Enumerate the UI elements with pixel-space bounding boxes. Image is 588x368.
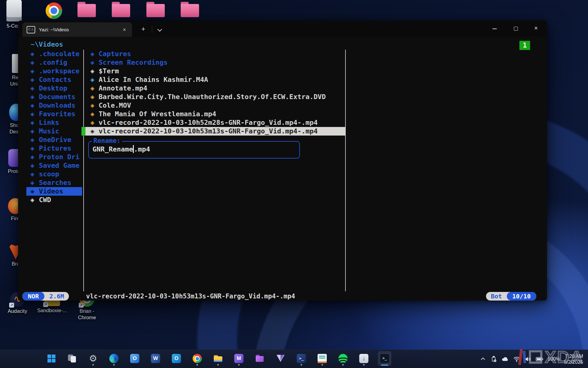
desktop-icon-pink-folder[interactable] bbox=[77, 2, 96, 18]
desktop-icon-label: Audacity bbox=[3, 308, 32, 314]
directory-list-item[interactable]: Desktop bbox=[26, 84, 82, 93]
battery-icon[interactable] bbox=[536, 356, 544, 362]
directory-list-item[interactable]: .config bbox=[26, 58, 82, 67]
onenote-icon[interactable] bbox=[128, 351, 141, 366]
onedrive-cloud-icon[interactable] bbox=[501, 356, 509, 362]
close-button[interactable] bbox=[530, 22, 544, 35]
directory-list-item[interactable]: .chocolate bbox=[26, 50, 82, 58]
entry-diamond-icon bbox=[30, 93, 34, 101]
volume-icon[interactable] bbox=[524, 356, 532, 362]
entry-diamond-icon bbox=[90, 50, 94, 58]
entry-name: Annotate.mp4 bbox=[99, 84, 147, 92]
entry-diamond-icon bbox=[90, 110, 94, 118]
tab-close-icon[interactable]: ✕ bbox=[121, 27, 128, 32]
download-manager-icon[interactable] bbox=[357, 351, 371, 366]
directory-list-item[interactable]: Videos bbox=[26, 187, 82, 196]
directory-list-item[interactable]: Links bbox=[26, 118, 82, 127]
yazi-tab-count-badge: 1 bbox=[519, 41, 530, 50]
folder-icon bbox=[146, 2, 165, 18]
tab-dropdown-chevron-icon[interactable] bbox=[155, 26, 164, 33]
directory-list-item[interactable]: .workspace bbox=[26, 67, 82, 75]
scroll-label: Bot bbox=[486, 292, 507, 301]
file-list-item[interactable]: $Term bbox=[81, 67, 345, 75]
directory-list-item[interactable]: Contacts bbox=[26, 75, 82, 84]
chrome-icon[interactable] bbox=[190, 351, 204, 366]
notepad-icon[interactable] bbox=[315, 351, 329, 366]
entry-name: .chocolate bbox=[39, 50, 79, 58]
entry-name: Captures bbox=[99, 50, 131, 58]
proton-mail-icon[interactable] bbox=[232, 351, 246, 366]
file-list-item[interactable]: Captures bbox=[81, 50, 345, 58]
directory-list-item[interactable]: CWD bbox=[26, 196, 82, 204]
current-path: ~\Videos bbox=[31, 40, 63, 48]
entry-name: The Mania Of Wrestlemania.mp4 bbox=[99, 110, 216, 118]
entry-name: Videos bbox=[39, 187, 63, 195]
clock-time: 7:20 AM bbox=[564, 353, 583, 359]
safely-remove-hardware-icon[interactable] bbox=[490, 355, 497, 363]
desktop-icon-chrome[interactable] bbox=[45, 2, 63, 19]
terminal-tab[interactable]: C:\ Yazi: ~\Videos ✕ bbox=[22, 22, 132, 37]
file-list-item[interactable]: vlc-record-2022-10-03-10h52m28s-GNR-Farg… bbox=[81, 118, 345, 127]
task-view-icon[interactable] bbox=[66, 351, 79, 366]
powershell-icon[interactable] bbox=[295, 351, 308, 366]
file-list-item[interactable]: Annotate.mp4 bbox=[81, 84, 345, 93]
desktop-icon-label: Chrome bbox=[78, 315, 96, 320]
directory-list-item[interactable]: Searches bbox=[26, 178, 82, 187]
tray-overflow-chevron-icon[interactable] bbox=[480, 356, 486, 362]
desktop-icon-pink-folder[interactable] bbox=[111, 2, 130, 18]
file-list-item[interactable]: Alice In Chains Kashmir.M4A bbox=[81, 75, 345, 84]
directory-list-item[interactable]: Proton Dri bbox=[26, 153, 82, 161]
titlebar-divider bbox=[152, 26, 152, 33]
entry-diamond-icon bbox=[90, 118, 94, 127]
spotify-icon[interactable] bbox=[336, 351, 350, 366]
entry-name: Desktop bbox=[39, 84, 67, 92]
entry-diamond-icon bbox=[30, 67, 34, 75]
edge-icon[interactable] bbox=[107, 351, 121, 366]
file-list-item[interactable]: vlc-record-2022-10-03-10h53m13s-GNR-Farg… bbox=[81, 127, 345, 136]
mode-size-pill: NOR 2.6M bbox=[22, 292, 69, 301]
entry-name: Favorites bbox=[39, 110, 75, 118]
directory-list-item[interactable]: Documents bbox=[26, 93, 82, 101]
file-list-item[interactable]: The Mania Of Wrestlemania.mp4 bbox=[81, 110, 345, 118]
entry-diamond-icon bbox=[30, 75, 34, 84]
entry-name: scoop bbox=[39, 170, 59, 178]
window-titlebar[interactable]: C:\ Yazi: ~\Videos ✕ + bbox=[18, 21, 547, 37]
file-size: 2.6M bbox=[44, 292, 69, 301]
minimize-button[interactable] bbox=[488, 22, 502, 35]
directory-list-item[interactable]: Pictures bbox=[26, 144, 82, 153]
directory-list-item[interactable]: Downloads bbox=[26, 101, 82, 110]
entry-name: vlc-record-2022-10-03-10h53m13s-GNR-Farg… bbox=[99, 127, 318, 135]
yazi-status-bar: NOR 2.6M vlc-record-2022-10-03-10h53m13s… bbox=[18, 292, 547, 301]
word-icon[interactable] bbox=[149, 351, 162, 366]
rename-input[interactable]: GNR_Rename.mp4 bbox=[92, 142, 150, 157]
new-tab-button[interactable]: + bbox=[138, 24, 149, 35]
desktop-icon-pink-folder[interactable] bbox=[146, 2, 165, 18]
entry-name: Links bbox=[39, 119, 59, 126]
file-list-item[interactable]: Cole.MOV bbox=[81, 101, 345, 110]
entry-diamond-icon bbox=[30, 153, 34, 161]
file-list-item[interactable]: Barbed.Wire.City.The.Unauthorized.Story.… bbox=[81, 93, 345, 101]
start-icon[interactable] bbox=[45, 351, 58, 366]
directory-list-item[interactable]: Music bbox=[26, 127, 82, 136]
maximize-button[interactable] bbox=[509, 22, 523, 35]
taskbar-clock[interactable]: 7:20 AM 5/2/2025 bbox=[564, 353, 583, 365]
directory-list-item[interactable]: Favorites bbox=[26, 110, 82, 118]
directory-list-item[interactable]: OneDrive bbox=[26, 136, 82, 144]
directory-list-item[interactable]: scoop bbox=[26, 170, 82, 178]
windows-terminal-icon[interactable] bbox=[378, 351, 391, 366]
outlook-icon[interactable] bbox=[170, 351, 183, 366]
entry-diamond-icon bbox=[30, 187, 34, 196]
wifi-icon[interactable] bbox=[513, 356, 520, 362]
entry-name: Downloads bbox=[39, 102, 75, 109]
proton-drive-icon[interactable] bbox=[253, 351, 266, 366]
file-list-item[interactable]: Screen Recordings bbox=[81, 58, 345, 67]
entry-name: vlc-record-2022-10-03-10h52m28s-GNR-Farg… bbox=[99, 119, 318, 126]
entry-name: Proton Dri bbox=[39, 153, 79, 161]
file-explorer-icon[interactable] bbox=[211, 351, 225, 366]
directory-list-item[interactable]: Saved Game bbox=[26, 161, 82, 170]
proton-vpn-icon[interactable] bbox=[274, 351, 287, 366]
desktop-icon-pink-folder[interactable] bbox=[180, 2, 199, 18]
scroll-position-pill: Bot 10/10 bbox=[486, 292, 536, 301]
settings-icon[interactable] bbox=[86, 351, 100, 366]
taskbar: 100% 7:20 AM 5/2/2025 bbox=[0, 350, 588, 368]
